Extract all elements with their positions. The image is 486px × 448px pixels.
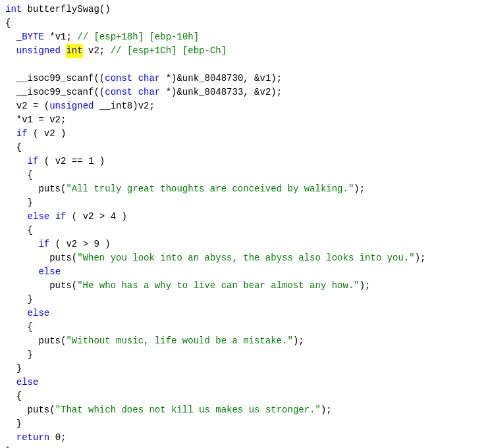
code-line-3: _BYTE *v1; // [esp+18h] [ebp-10h] xyxy=(0,30,486,44)
code-line-9: *v1 = v2; xyxy=(0,113,486,127)
code-line-22: } xyxy=(0,293,486,307)
code-line-4: unsigned int v2; // [esp+1Ch] [ebp-Ch] xyxy=(0,44,486,58)
code-line-29: { xyxy=(0,389,486,403)
code-line-28: else xyxy=(0,376,486,389)
code-line-5 xyxy=(0,58,486,72)
code-line-12: if ( v2 == 1 ) xyxy=(0,155,486,168)
code-line-19: puts("When you look into an abyss, the a… xyxy=(0,251,486,265)
code-line-16: else if ( v2 > 4 ) xyxy=(0,210,486,224)
code-line-10: if ( v2 ) xyxy=(0,127,486,141)
code-line-2: { xyxy=(0,16,486,30)
code-line-8: v2 = (unsigned __int8)v2; xyxy=(0,99,486,113)
code-line-26: } xyxy=(0,348,486,362)
code-line-6: __isoc99_scanf((const char *)&unk_804873… xyxy=(0,72,486,86)
code-line-1: int butterflySwag() xyxy=(0,3,486,16)
code-line-21: puts("He who has a why to live can bear … xyxy=(0,279,486,293)
code-line-11: { xyxy=(0,141,486,155)
code-line-24: { xyxy=(0,320,486,334)
code-line-25: puts("Without music, life would be a mis… xyxy=(0,334,486,348)
code-line-32: return 0; xyxy=(0,431,486,445)
keyword-int: int xyxy=(5,3,22,16)
code-line-30: puts("That which does not kill us makes … xyxy=(0,403,486,417)
code-line-13: { xyxy=(0,168,486,182)
code-line-15: } xyxy=(0,196,486,210)
code-line-27: } xyxy=(0,362,486,376)
code-line-33: } xyxy=(0,445,486,448)
code-line-18: if ( v2 > 9 ) xyxy=(0,237,486,251)
code-line-7: __isoc99_scanf((const char *)&unk_804873… xyxy=(0,86,486,99)
code-viewer: { "title": "butterflySwag decompiled cod… xyxy=(0,0,486,448)
code-line-20: else xyxy=(0,265,486,279)
code-line-14: puts("All truly great thoughts are conce… xyxy=(0,182,486,196)
code-line-31: } xyxy=(0,417,486,431)
code-line-17: { xyxy=(0,224,486,237)
code-line-23: else xyxy=(0,307,486,320)
